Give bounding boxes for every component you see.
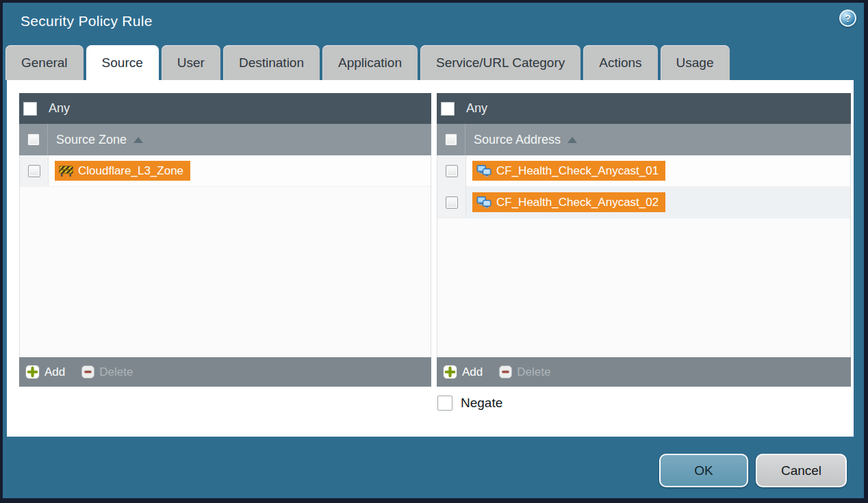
source-address-any-checkbox[interactable]: [441, 102, 455, 116]
address-icon: [476, 196, 492, 209]
panels-container: Any Source Zone: [7, 80, 854, 387]
negate-row: Negate: [437, 396, 854, 411]
tab-usage[interactable]: Usage: [661, 45, 730, 80]
source-address-list: CF_Health_Check_Anycast_01: [437, 155, 851, 357]
sort-ascending-icon: [567, 137, 577, 143]
source-zone-footer: Add Delete: [19, 357, 431, 387]
source-zone-delete-button[interactable]: Delete: [81, 365, 133, 379]
address-chip-label: CF_Health_Check_Anycast_02: [496, 196, 659, 209]
source-zone-row-checkbox[interactable]: [28, 165, 40, 177]
tab-application[interactable]: Application: [322, 45, 418, 80]
source-zone-row[interactable]: Cloudflare_L3_Zone: [20, 155, 431, 187]
question-mark-glyph: ?: [845, 14, 851, 23]
row-checkbox-cell: [437, 187, 466, 218]
source-address-row-2-checkbox[interactable]: [446, 196, 458, 209]
zone-chip-cloudflare-l3[interactable]: Cloudflare_L3_Zone: [55, 161, 190, 181]
source-address-row-1[interactable]: CF_Health_Check_Anycast_01: [437, 155, 850, 187]
add-label: Add: [44, 365, 65, 379]
help-icon[interactable]: ?: [839, 10, 856, 27]
source-address-any-label: Any: [466, 101, 487, 116]
source-zone-list: Cloudflare_L3_Zone: [19, 155, 431, 357]
tab-actions[interactable]: Actions: [583, 45, 657, 80]
delete-label: Delete: [517, 365, 550, 379]
tab-user[interactable]: User: [162, 45, 220, 80]
address-chip-label: CF_Health_Check_Anycast_01: [496, 164, 659, 178]
tab-service-url-category[interactable]: Service/URL Category: [420, 45, 580, 80]
add-plus-icon: [25, 365, 40, 379]
source-address-any-row: Any: [437, 93, 851, 124]
source-zone-any-checkbox[interactable]: [23, 102, 37, 116]
sort-ascending-icon: [133, 137, 143, 143]
add-label: Add: [462, 365, 483, 379]
row-checkbox-cell: [437, 155, 466, 186]
dialog-buttons: OK Cancel: [659, 454, 847, 487]
source-zone-panel: Any Source Zone: [19, 93, 431, 387]
source-address-footer: Add Delete: [437, 357, 851, 387]
source-address-column-header[interactable]: Source Address: [437, 124, 851, 155]
source-address-row-1-checkbox[interactable]: [446, 165, 458, 177]
source-zone-column-label: Source Zone: [56, 133, 127, 147]
source-address-column-label: Source Address: [474, 133, 561, 147]
address-chip-anycast-02[interactable]: CF_Health_Check_Anycast_02: [472, 192, 665, 212]
delete-label: Delete: [99, 365, 133, 379]
negate-label: Negate: [461, 396, 502, 411]
dialog-title: Security Policy Rule: [21, 13, 153, 29]
delete-minus-icon: [499, 365, 512, 378]
zone-icon: [59, 166, 73, 177]
row-checkbox-cell: [20, 155, 49, 186]
header-checkbox-cell: [437, 124, 465, 155]
source-zone-select-all-checkbox[interactable]: [27, 133, 40, 146]
source-address-row-2[interactable]: CF_Health_Check_Anycast_02: [437, 187, 850, 218]
add-plus-icon: [443, 365, 457, 379]
tab-general[interactable]: General: [5, 45, 84, 80]
security-policy-rule-dialog: Security Policy Rule ? General Source Us…: [0, 0, 868, 503]
source-zone-add-button[interactable]: Add: [25, 365, 65, 379]
source-address-select-all-checkbox[interactable]: [445, 133, 457, 146]
tab-source[interactable]: Source: [86, 45, 159, 80]
source-zone-any-row: Any: [19, 93, 431, 124]
cancel-button[interactable]: Cancel: [756, 454, 847, 487]
header-checkbox-cell: [19, 124, 48, 155]
source-tab-content: Any Source Zone: [7, 80, 854, 437]
source-zone-any-label: Any: [49, 101, 70, 116]
source-zone-column-header[interactable]: Source Zone: [19, 124, 431, 155]
source-address-delete-button[interactable]: Delete: [499, 365, 550, 379]
tab-destination[interactable]: Destination: [223, 45, 320, 80]
ok-button[interactable]: OK: [659, 454, 748, 487]
tab-bar: General Source User Destination Applicat…: [5, 45, 730, 80]
delete-minus-icon: [81, 365, 94, 378]
address-chip-anycast-01[interactable]: CF_Health_Check_Anycast_01: [472, 161, 665, 181]
address-icon: [476, 165, 492, 177]
source-address-panel: Any Source Address: [437, 93, 851, 387]
source-address-add-button[interactable]: Add: [443, 365, 483, 379]
negate-checkbox[interactable]: [437, 396, 452, 411]
zone-chip-label: Cloudflare_L3_Zone: [78, 164, 183, 178]
